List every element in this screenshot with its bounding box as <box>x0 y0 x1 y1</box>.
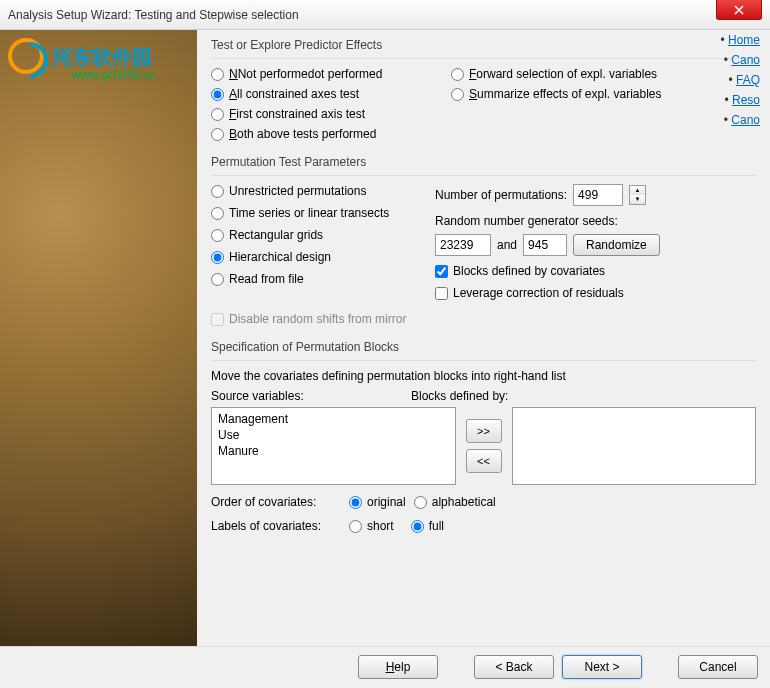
radio-unrestricted[interactable]: Unrestricted permutations <box>211 184 435 198</box>
source-label: Source variables: <box>211 389 365 403</box>
check-blocks-covariates[interactable]: Blocks defined by covariates <box>435 264 756 278</box>
cancel-button[interactable]: Cancel <box>678 655 758 679</box>
close-button[interactable] <box>716 0 762 20</box>
radio-all-constrained[interactable]: All constrained axes test <box>211 87 451 101</box>
link-reso[interactable]: Reso <box>732 93 760 107</box>
titlebar: Analysis Setup Wizard: Testing and Stepw… <box>0 0 770 30</box>
group1-title: Test or Explore Predictor Effects <box>211 38 756 52</box>
num-perms-spinner[interactable]: ▲ ▼ <box>629 185 646 205</box>
seed2-input[interactable] <box>523 234 567 256</box>
radio-rect-grids[interactable]: Rectangular grids <box>211 228 435 242</box>
side-links: • Home • Cano • FAQ • Reso • Cano <box>720 33 760 133</box>
radio-forward-selection[interactable]: Forward selection of expl. variables <box>451 67 711 81</box>
list-item[interactable]: Use <box>215 427 452 443</box>
window-title: Analysis Setup Wizard: Testing and Stepw… <box>8 8 299 22</box>
radio-summarize[interactable]: Summarize effects of expl. variables <box>451 87 711 101</box>
back-button[interactable]: < Back <box>474 655 554 679</box>
link-cano1[interactable]: Cano <box>731 53 760 67</box>
num-perms-label: Number of permutations: <box>435 188 567 202</box>
blocks-label: Blocks defined by: <box>411 389 756 403</box>
move-right-button[interactable]: >> <box>466 419 502 443</box>
watermark-logo <box>8 38 48 78</box>
list-item[interactable]: Manure <box>215 443 452 459</box>
radio-read-file[interactable]: Read from file <box>211 272 435 286</box>
spinner-down[interactable]: ▼ <box>630 195 645 204</box>
seed-and: and <box>497 238 517 252</box>
perm-blocks-group: Specification of Permutation Blocks Move… <box>211 340 756 533</box>
blocks-listbox[interactable] <box>512 407 757 485</box>
test-explore-group: Test or Explore Predictor Effects NNot p… <box>211 38 756 141</box>
radio-hierarchical[interactable]: Hierarchical design <box>211 250 435 264</box>
radio-labels-short[interactable]: short <box>349 519 394 533</box>
spinner-up[interactable]: ▲ <box>630 186 645 195</box>
labels-label: Labels of covariates: <box>211 519 341 533</box>
radio-labels-full[interactable]: full <box>411 519 444 533</box>
list-item[interactable]: Management <box>215 411 452 427</box>
watermark-text1: 河东软件园 <box>52 44 152 71</box>
move-left-button[interactable]: << <box>466 449 502 473</box>
group3-title: Specification of Permutation Blocks <box>211 340 756 354</box>
radio-order-alpha[interactable]: alphabetical <box>414 495 496 509</box>
help-button[interactable]: Help <box>358 655 438 679</box>
wizard-image-panel: 河东软件园 www.pc0359.cn <box>0 30 197 646</box>
link-faq[interactable]: FAQ <box>736 73 760 87</box>
move-instruction: Move the covariates defining permutation… <box>211 369 756 383</box>
randomize-button[interactable]: Randomize <box>573 234 660 256</box>
check-disable-mirror: Disable random shifts from mirror <box>211 312 756 326</box>
num-perms-input[interactable] <box>573 184 623 206</box>
wizard-button-bar: Help < Back Next > Cancel <box>0 646 770 688</box>
next-button[interactable]: Next > <box>562 655 642 679</box>
radio-both-above[interactable]: Both above tests performed <box>211 127 451 141</box>
watermark-text2: www.pc0359.cn <box>72 68 156 82</box>
link-home[interactable]: Home <box>728 33 760 47</box>
source-listbox[interactable]: Management Use Manure <box>211 407 456 485</box>
radio-first-constrained[interactable]: First constrained axis test <box>211 107 451 121</box>
order-label: Order of covariates: <box>211 495 341 509</box>
permutation-params-group: Permutation Test Parameters Unrestricted… <box>211 155 756 326</box>
radio-time-series[interactable]: Time series or linear transects <box>211 206 435 220</box>
radio-not-performed[interactable]: NNot performedot performed <box>211 67 451 81</box>
group2-title: Permutation Test Parameters <box>211 155 756 169</box>
link-cano2[interactable]: Cano <box>731 113 760 127</box>
check-leverage[interactable]: Leverage correction of residuals <box>435 286 756 300</box>
seed1-input[interactable] <box>435 234 491 256</box>
radio-order-original[interactable]: original <box>349 495 406 509</box>
seeds-label: Random number generator seeds: <box>435 214 756 228</box>
